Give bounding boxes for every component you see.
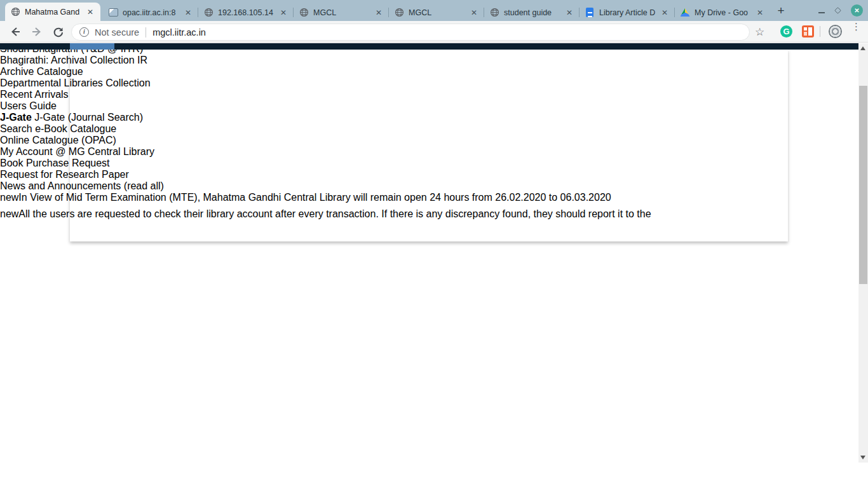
google-drive-icon [680,8,690,18]
globe-icon [299,8,309,18]
tab-close-icon[interactable]: ✕ [183,8,193,17]
url-text[interactable]: mgcl.iitr.ac.in [153,27,206,37]
google-docs-icon [585,8,595,18]
tab-ip-address[interactable]: 192.168.105.14 ✕ [198,4,294,21]
back-button[interactable] [9,25,22,38]
image-icon [108,8,118,18]
tab-close-icon[interactable]: ✕ [660,8,670,17]
page-scrollbar[interactable] [858,43,868,463]
tab-close-icon[interactable]: ✕ [374,8,384,17]
tab-my-drive[interactable]: My Drive - Goo ✕ [675,4,770,21]
active-nav-indicator [70,43,114,50]
reload-button[interactable] [52,25,65,38]
close-button[interactable]: ✕ [851,4,863,17]
scroll-up-arrow[interactable] [860,46,865,50]
browser-tab-strip: Mahatma Gand ✕ opac.iitr.ac.in:8 ✕ 192.1… [0,0,868,21]
forward-button[interactable] [31,25,43,38]
tab-close-icon[interactable]: ✕ [755,8,765,17]
profile-avatar[interactable] [829,25,842,38]
tab-title: Mahatma Gand [25,8,81,17]
globe-icon [489,8,499,18]
bookmark-star-icon[interactable]: ☆ [755,25,764,39]
grammarly-extension-icon[interactable]: G [780,25,792,37]
globe-icon [203,8,214,18]
globe-icon [10,7,20,17]
tab-library-article[interactable]: Library Article D ✕ [580,4,675,21]
tab-mgcl-1[interactable]: MGCL ✕ [294,4,389,21]
new-badge: new [0,208,18,219]
site-nav-bottom-bar [0,43,858,50]
window-controls: ✕ [818,0,863,21]
tab-close-icon[interactable]: ✕ [564,8,574,17]
extension-icon[interactable] [802,25,814,37]
chrome-menu-icon[interactable]: ⋮ [851,24,858,29]
tab-close-icon[interactable]: ✕ [278,8,288,17]
globe-icon [394,8,404,18]
toolbar-separator [820,26,820,37]
browser-toolbar: i Not secure mgcl.iitr.ac.in ☆ G ⋮ [0,21,868,43]
tab-student-guide[interactable]: student guide ✕ [484,4,580,21]
security-label[interactable]: Not secure [95,27,139,37]
scroll-down-arrow[interactable] [860,456,865,459]
jgate-icon: J-Gate [0,112,32,123]
new-tab-button[interactable]: + [773,3,789,18]
tab-mgcl-2[interactable]: MGCL ✕ [389,4,484,21]
minimize-button[interactable] [818,12,825,13]
tab-mahatma-gandhi[interactable]: Mahatma Gand ✕ [5,3,100,21]
omnibox-separator [146,27,146,37]
tab-opac[interactable]: opac.iitr.ac.in:8 ✕ [103,4,198,21]
tab-close-icon[interactable]: ✕ [469,8,479,17]
page-info-icon[interactable]: i [79,27,89,37]
new-badge: new [0,192,18,203]
maximize-button[interactable] [834,7,841,14]
library-photo [70,50,788,241]
tab-close-icon[interactable]: ✕ [85,8,95,17]
web-page: Shodh Bhagirathi (T&D @ IITR) Bhagirathi… [0,43,858,463]
scrollbar-thumb[interactable] [859,86,867,284]
address-bar[interactable]: i Not secure mgcl.iitr.ac.in [71,24,750,41]
